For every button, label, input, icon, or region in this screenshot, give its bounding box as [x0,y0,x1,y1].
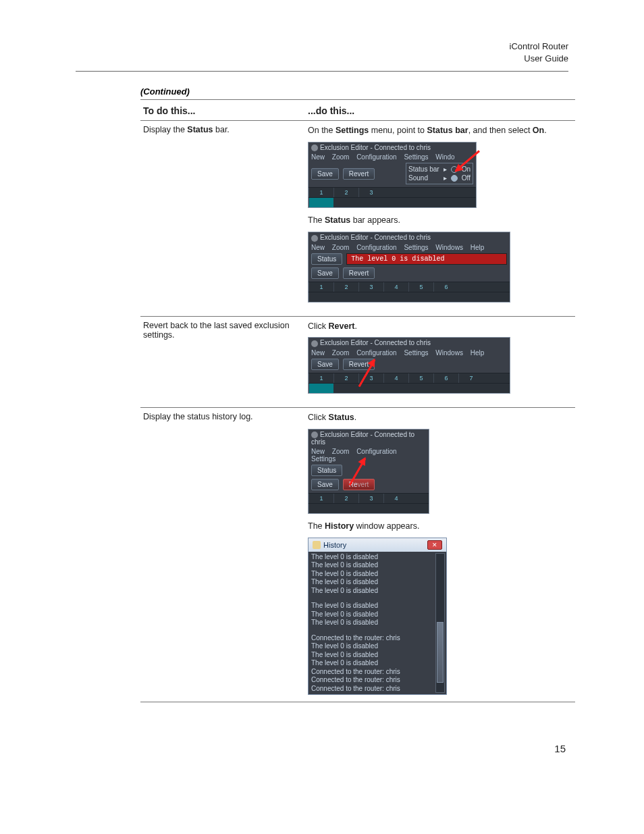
row-right-sentence: On the Settings menu, point to Status ba… [308,125,570,136]
header-line2: User Guide [76,53,568,65]
close-icon: ✕ [427,540,442,550]
history-line: The level 0 is disabled [311,578,446,587]
radio-icon [451,175,458,182]
history-line: The level 0 is disabled [311,602,446,610]
table-row: Revert back to the last saved exclusion … [140,316,575,407]
screenshot-revert: Exclusion Editor - Connected to chris Ne… [308,337,510,393]
screenshot-status-bar: Exclusion Editor - Connected to chris Ne… [308,232,510,302]
revert-button: Revert [343,267,375,279]
row-right-sentence: The History window appears. [308,521,570,532]
header-line1: iControl Router [76,41,568,53]
revert-button: Revert [343,168,375,180]
history-line [311,627,446,634]
status-button: Status [311,465,342,476]
status-field: The level 0 is disabled [346,253,507,265]
table-row: Display the Status bar. On the Settings … [140,121,575,316]
app-icon [311,235,318,242]
row-left-text: Revert back to the last saved exclusion … [143,321,290,340]
header-divider [76,71,568,72]
history-line: Connected to the router: chris [311,685,446,694]
history-title: History [323,541,346,549]
history-line: Connected to the router: chris [311,634,446,643]
history-line: The level 0 is disabled [311,642,446,651]
history-line: Connected to the router: chris [311,676,446,685]
java-icon [313,541,321,549]
table-row: Display the status history log. Click St… [140,407,575,702]
save-button: Save [311,168,339,180]
history-line: The level 0 is disabled [311,610,446,619]
table-header-left: To do this... [140,100,305,121]
app-icon [311,432,318,438]
instruction-table: To do this... ...do this... Display the … [140,99,575,702]
screenshot-status-click: Exclusion Editor - Connected to chris Ne… [308,429,429,514]
app-icon [311,340,318,347]
history-line: The level 0 is disabled [311,619,446,627]
app-icon [311,145,318,151]
save-button: Save [311,359,339,370]
history-line: Connected to the router: chris [311,668,446,677]
history-window: History ✕ The level 0 is disabledThe lev… [308,538,447,696]
save-button: Save [311,267,339,279]
continued-label: (Continued) [140,86,568,97]
status-button: Status [311,253,342,265]
scrollbar [435,553,445,694]
history-line: The level 0 is disabled [311,570,446,579]
history-line: The level 0 is disabled [311,553,446,562]
history-line: The level 0 is disabled [311,651,446,660]
history-line: The level 0 is disabled [311,587,446,596]
history-line: The level 0 is disabled [311,561,446,570]
save-button: Save [311,479,339,490]
row-right-sentence: Click Status. [308,412,570,423]
history-line: The level 0 is disabled [311,659,446,668]
revert-button: Revert [343,479,375,490]
row-right-sentence: The Status bar appears. [308,215,570,226]
row-right-sentence: Click Revert. [308,321,570,332]
table-header-right: ...do this... [305,100,575,121]
history-line [311,595,446,602]
row-left-text: Display the status history log. [143,412,253,421]
screenshot-editor-settings: Exclusion Editor - Connected to chris Ne… [308,142,477,208]
row-left-text: Display the Status bar. [143,125,230,134]
page-number: 15 [76,743,566,754]
